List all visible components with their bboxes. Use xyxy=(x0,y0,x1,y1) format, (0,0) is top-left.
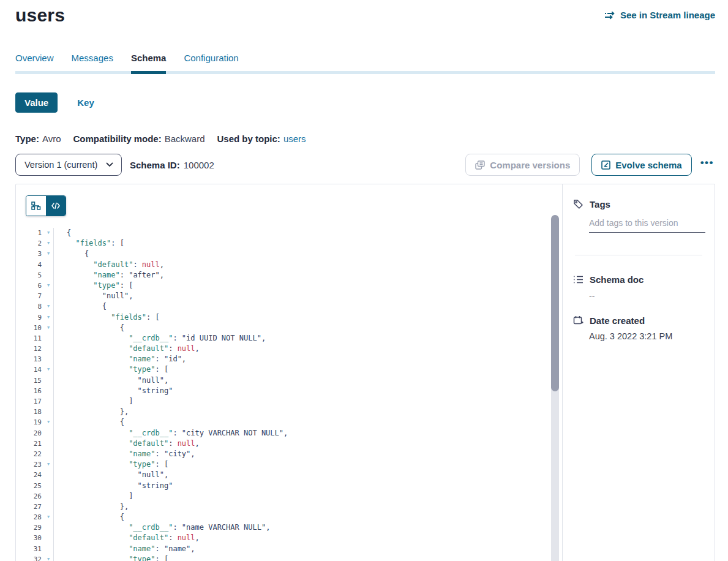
line-number: 31 xyxy=(26,544,43,554)
collapse-arrow-icon[interactable]: ▼ xyxy=(43,238,53,249)
code-line-text: "fields": [ xyxy=(53,312,562,323)
collapse-arrow-icon[interactable]: ▼ xyxy=(43,280,53,291)
collapse-arrow-icon[interactable]: ▼ xyxy=(43,249,53,259)
code-line-text: "name": "after", xyxy=(53,270,562,280)
line-number: 24 xyxy=(26,470,43,480)
topic-link[interactable]: users xyxy=(283,134,306,144)
editor-scrollbar-track[interactable] xyxy=(551,215,559,561)
key-toggle-button[interactable]: Key xyxy=(73,97,98,108)
stream-lineage-label: See in Stream lineage xyxy=(620,10,715,20)
gutter-spacer xyxy=(43,439,53,449)
code-line-text: { xyxy=(53,249,562,259)
tab-underline xyxy=(15,71,715,74)
add-tags-input[interactable] xyxy=(589,218,705,233)
type-meta: Type: Avro xyxy=(15,134,61,144)
see-in-stream-lineage-link[interactable]: See in Stream lineage xyxy=(604,10,715,20)
compare-icon xyxy=(475,160,485,170)
code-line-text: "default": null, xyxy=(53,439,562,449)
version-select[interactable]: Version 1 (current) xyxy=(15,154,122,176)
line-number: 22 xyxy=(26,449,43,459)
code-line: 12"default": null, xyxy=(26,344,562,354)
schema-meta: Type: Avro Compatibility mode: Backward … xyxy=(15,134,715,144)
line-number: 32 xyxy=(26,554,43,561)
gutter-spacer xyxy=(43,502,53,512)
tab-schema[interactable]: Schema xyxy=(131,53,167,71)
tree-view-button[interactable] xyxy=(26,196,46,216)
line-number: 21 xyxy=(26,439,43,449)
tags-heading: Tags xyxy=(573,199,704,209)
schema-code-view: 1▼{2▼"fields": [3▼{4"default": null,5"na… xyxy=(26,228,562,561)
code-line-text: "type": [ xyxy=(53,554,562,561)
gutter-spacer xyxy=(43,470,53,480)
gutter-spacer xyxy=(43,386,53,396)
collapse-arrow-icon[interactable]: ▼ xyxy=(43,228,53,238)
collapse-arrow-icon[interactable]: ▼ xyxy=(43,512,53,522)
schema-id-label: Schema ID: xyxy=(130,160,180,170)
tab-configuration[interactable]: Configuration xyxy=(184,53,238,71)
evolve-schema-button[interactable]: Evolve schema xyxy=(591,154,691,176)
collapse-arrow-icon[interactable]: ▼ xyxy=(43,312,53,323)
line-number: 20 xyxy=(26,428,43,439)
gutter-spacer xyxy=(43,354,53,364)
tab-messages[interactable]: Messages xyxy=(72,53,113,71)
line-number: 10 xyxy=(26,323,43,333)
gutter-spacer xyxy=(43,449,53,459)
code-line-text: { xyxy=(53,417,562,427)
value-toggle-button[interactable]: Value xyxy=(15,92,58,113)
collapse-arrow-icon[interactable]: ▼ xyxy=(43,417,53,427)
gutter-spacer xyxy=(43,396,53,407)
tab-overview[interactable]: Overview xyxy=(15,53,54,71)
code-line: 22"name": "city", xyxy=(26,449,562,459)
collapse-arrow-icon[interactable]: ▼ xyxy=(43,364,53,375)
line-number: 17 xyxy=(26,396,43,407)
code-line: 30"default": null, xyxy=(26,533,562,543)
value-key-toggle: Value Key xyxy=(15,92,715,113)
gutter-spacer xyxy=(43,344,53,354)
line-number: 6 xyxy=(26,280,43,291)
schema-controls: Version 1 (current) Schema ID: 100002 Co… xyxy=(15,154,715,176)
calendar-plus-icon xyxy=(573,315,584,326)
line-number: 26 xyxy=(26,491,43,502)
line-number: 19 xyxy=(26,417,43,427)
code-line: 19▼{ xyxy=(26,417,562,427)
gutter-spacer xyxy=(43,375,53,386)
code-line-text: ] xyxy=(53,396,562,407)
evolve-schema-label: Evolve schema xyxy=(615,160,681,170)
tab-bar: Overview Messages Schema Configuration xyxy=(15,53,715,71)
code-line-text: { xyxy=(53,228,562,238)
line-number: 13 xyxy=(26,354,43,364)
code-line-text: "name": "id", xyxy=(53,354,562,364)
more-options-button[interactable]: ••• xyxy=(699,157,715,173)
topic-meta: Used by topic: users xyxy=(217,134,306,144)
code-line-text: "default": null, xyxy=(53,533,562,543)
code-line-text: ] xyxy=(53,491,562,502)
code-line-text: "null", xyxy=(53,291,562,301)
gutter-spacer xyxy=(43,270,53,280)
code-view-button[interactable] xyxy=(46,196,66,216)
line-number: 9 xyxy=(26,312,43,323)
schema-sidebar: Tags Schema doc -- xyxy=(563,184,715,561)
editor-scrollbar-thumb[interactable] xyxy=(551,215,559,391)
collapse-arrow-icon[interactable]: ▼ xyxy=(43,554,53,561)
code-line-text: "__crdb__": "city VARCHAR NOT NULL", xyxy=(53,428,562,439)
code-line: 27}, xyxy=(26,502,562,512)
code-line-text: "type": [ xyxy=(53,280,562,291)
code-line: 29"__crdb__": "name VARCHAR NULL", xyxy=(26,522,562,533)
gutter-spacer xyxy=(43,291,53,301)
edit-icon xyxy=(601,160,610,170)
code-line: 21"default": null, xyxy=(26,439,562,449)
collapse-arrow-icon[interactable]: ▼ xyxy=(43,301,53,312)
collapse-arrow-icon[interactable]: ▼ xyxy=(43,323,53,333)
schema-doc-value: -- xyxy=(589,291,704,301)
compare-versions-button[interactable]: Compare versions xyxy=(465,154,580,176)
code-line-text: { xyxy=(53,323,562,333)
line-number: 1 xyxy=(26,228,43,238)
code-line: 10▼{ xyxy=(26,323,562,333)
gutter-spacer xyxy=(43,260,53,270)
gutter-spacer xyxy=(43,333,53,344)
collapse-arrow-icon[interactable]: ▼ xyxy=(43,459,53,470)
type-value: Avro xyxy=(42,134,61,144)
code-line: 18}, xyxy=(26,407,562,417)
tags-heading-label: Tags xyxy=(590,199,610,209)
editor-view-toggle xyxy=(26,195,66,216)
